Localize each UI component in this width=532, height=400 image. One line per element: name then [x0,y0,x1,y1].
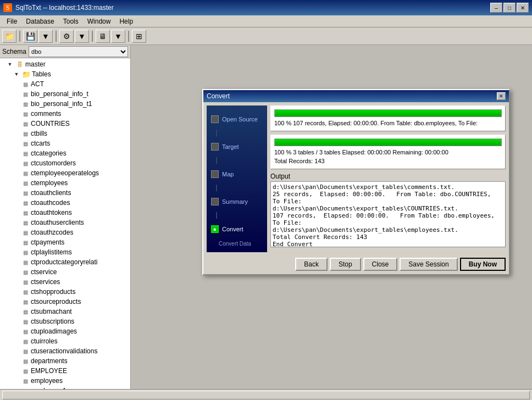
step-indicator-map [211,170,219,178]
table-icon: ▦ [21,169,30,177]
table-icon: ▦ [21,366,30,375]
step-indicator-target [211,143,219,151]
menu-help[interactable]: Help [115,16,137,26]
menu-database[interactable]: Database [21,16,58,26]
list-item[interactable]: ▦ employees [1,376,129,386]
list-item[interactable]: ▦ ctpayments [1,237,129,247]
toolbar-btn7[interactable]: ▼ [111,30,125,43]
wizard-step-map[interactable]: Map [207,166,267,182]
table-icon: ▦ [21,327,30,336]
save-session-button[interactable]: Save Session [400,258,457,271]
table-icon: ▦ [21,317,30,326]
step-label-convert: Convert [222,226,243,232]
schema-select[interactable]: dbo [29,46,128,57]
buy-now-button[interactable]: Buy Now [460,258,506,271]
list-item[interactable]: ▦ ctsourceproducts [1,297,129,307]
output-label: Output [270,173,506,180]
list-item[interactable]: ▦ ctcarts [1,138,129,148]
status-bar [0,389,532,400]
list-item[interactable]: ▦ comments [1,109,129,119]
toolbar-sep1 [19,31,20,42]
wizard-step-summary[interactable]: Summary [207,193,267,210]
list-item[interactable]: ▦ ctuseractionvalidations [1,346,129,356]
menu-window[interactable]: Window [83,16,115,26]
list-item[interactable]: ▦ ctcategories [1,148,129,158]
table-icon: ▦ [21,109,30,118]
minimize-button[interactable]: – [490,3,502,13]
list-item[interactable]: ▦ ACT [1,79,129,89]
list-item[interactable]: ▦ ctsubmachant [1,307,129,316]
menu-file[interactable]: File [2,16,21,26]
back-button[interactable]: Back [295,258,328,271]
progress-text-1: 100 % 107 records, Elapsed: 00:00:00. Fr… [274,119,502,127]
list-item[interactable]: ▦ ctoauthcodes [1,198,129,208]
title-bar-controls: – □ ✕ [490,3,529,13]
toolbar-sep3 [92,31,93,42]
output-textarea[interactable] [270,181,506,247]
list-item[interactable]: ▦ ctshopproducts [1,287,129,297]
table-icon: ▦ [21,297,30,306]
toolbar-btn2[interactable]: 💾 [23,30,37,43]
list-item[interactable]: ▦ ctplaylistitems [1,247,129,257]
toolbar-btn6[interactable]: 🖥 [96,30,110,43]
toolbar-btn3[interactable]: ▼ [38,30,53,43]
toolbar-grid-btn[interactable]: ⊞ [132,30,146,43]
table-icon: ▦ [21,307,30,316]
progress-bar-1 [275,110,501,116]
table-icon: ▦ [21,376,30,385]
list-item[interactable]: ▦ bio_personal_info_t1 [1,99,129,109]
wizard-step-open-source[interactable]: Open Source [207,111,267,127]
list-item[interactable]: ▦ ctproductcategoryrelati [1,257,129,267]
toolbar-btn4[interactable]: ⚙ [59,30,74,43]
database-icon: 🗄 [15,60,24,69]
table-icon: ▦ [21,80,30,88]
table-icon: ▦ [21,218,30,227]
tree-root[interactable]: ▼ 🗄 master [1,59,129,69]
list-item[interactable]: ▦ ctsubscriptions [1,316,129,326]
list-item[interactable]: ▦ ctuploadimages [1,326,129,336]
wizard-step-convert[interactable]: ■ Convert [207,221,267,237]
wizard-connector [216,185,217,191]
stop-button[interactable]: Stop [330,258,361,271]
list-item[interactable]: ▦ ctservices [1,277,129,287]
toolbar-sep4 [128,31,129,42]
list-item[interactable]: ▦ ctemployees [1,178,129,188]
tree-root-label: master [25,60,46,68]
list-item[interactable]: ▦ ctoauthzcodes [1,227,129,237]
folder-icon: 📁 [22,70,31,79]
list-item[interactable]: ▦ ctbills [1,129,129,138]
output-section: Output [270,173,506,252]
toolbar-open-btn[interactable]: 📁 [2,30,16,43]
close-button[interactable]: ✕ [517,3,529,13]
list-item[interactable]: ▦ EMPLOYEE [1,366,129,376]
close-button[interactable]: Close [363,258,398,271]
list-item[interactable]: ▦ ctuirroles [1,336,129,346]
dialog-close-button[interactable]: ✕ [497,92,506,100]
step-indicator-summary [211,198,219,205]
sidebar: Schema dbo ▼ 🗄 master ▼ 📁 Tables ▦ ACT [0,45,131,389]
table-icon: ▦ [21,357,30,365]
list-item[interactable]: ▦ bio_personal_info_t [1,89,129,99]
progress-bar-container-1 [274,109,502,117]
list-item[interactable]: ▦ departments [1,356,129,366]
list-item[interactable]: ▦ ctoauthtokens [1,208,129,218]
main-area: Schema dbo ▼ 🗄 master ▼ 📁 Tables ▦ ACT [0,45,532,389]
table-icon: ▦ [21,337,30,346]
table-icon: ▦ [21,347,30,355]
table-icon: ▦ [21,188,30,197]
maximize-button[interactable]: □ [503,3,516,13]
list-item[interactable]: ▦ ctemployeeoperatelogs [1,168,129,178]
list-item[interactable]: ▦ ctoauthuserclients [1,218,129,227]
table-icon: ▦ [21,248,30,257]
menu-tools[interactable]: Tools [59,16,83,26]
progress-bar-container-2 [274,138,502,146]
list-item[interactable]: ▦ COUNTRIES [1,119,129,129]
table-icon: ▦ [21,198,30,207]
toolbar-btn5[interactable]: ▼ [75,30,89,43]
wizard-step-target[interactable]: Target [207,138,267,155]
list-item[interactable]: ▦ ctservice [1,267,129,277]
list-item[interactable]: ▦ ctcustomorders [1,158,129,168]
wizard-connector [216,212,217,219]
list-item[interactable]: ▦ ctoauthclients [1,188,129,198]
tree-tables-folder[interactable]: ▼ 📁 Tables [1,69,129,79]
